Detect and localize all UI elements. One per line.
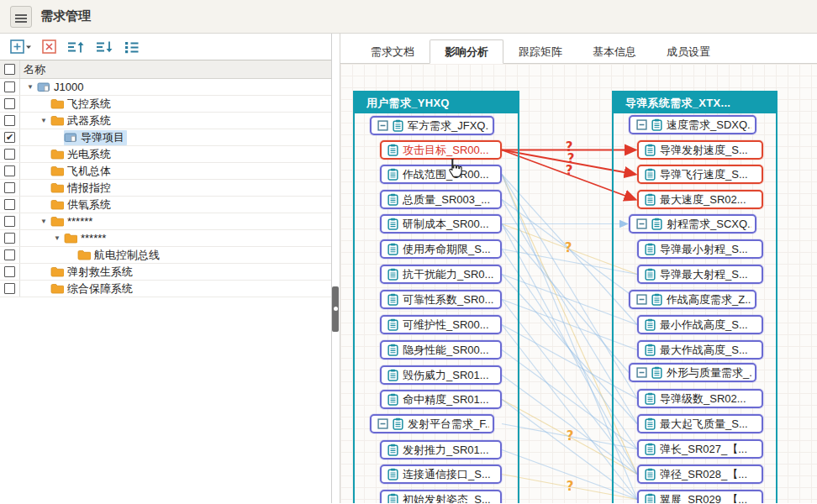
requirement-node[interactable]: 可维护性_SR00...: [380, 315, 502, 334]
tree-item-label: 航电控制总线: [92, 248, 162, 263]
requirement-group-node[interactable]: 外形与质量需求_...: [629, 363, 756, 382]
list-view-button[interactable]: [124, 39, 140, 55]
tab[interactable]: 成员设置: [651, 39, 725, 64]
row-checkbox[interactable]: [4, 81, 15, 92]
expander-icon[interactable]: ▼: [37, 218, 50, 225]
requirement-node[interactable]: 总质量_SR003_...: [380, 190, 502, 209]
tree-row[interactable]: 弹射救生系统: [0, 264, 331, 281]
row-checkbox[interactable]: [4, 165, 15, 176]
impact-analysis-canvas[interactable]: 用户需求_YHXQ军方需求_JFXQ...攻击目标_SR00...作战范围_SR…: [340, 64, 817, 503]
row-checkbox[interactable]: [4, 199, 15, 210]
requirement-node[interactable]: 最大速度_SR02...: [637, 190, 763, 209]
requirement-node[interactable]: 毁伤威力_SR01...: [380, 365, 502, 385]
collapse-icon[interactable]: [636, 294, 647, 305]
tree-row[interactable]: 航电控制总线: [0, 247, 331, 264]
row-checkbox[interactable]: [4, 149, 15, 160]
suspect-link-question-mark: ?: [567, 479, 574, 494]
requirement-node[interactable]: 隐身性能_SR00...: [380, 340, 502, 360]
requirement-node[interactable]: 研制成本_SR00...: [380, 214, 502, 234]
tree-row[interactable]: 飞控系统: [0, 96, 331, 113]
tab[interactable]: 跟踪矩阵: [503, 39, 577, 64]
collapse-icon[interactable]: [636, 119, 647, 130]
row-checkbox[interactable]: [4, 266, 15, 277]
select-all-checkbox[interactable]: [4, 64, 15, 75]
folder-icon: [50, 199, 64, 210]
requirement-node[interactable]: 可靠性系数_SR0...: [380, 290, 502, 309]
requirement-group-node[interactable]: 发射平台需求_F...: [370, 414, 494, 433]
requirement-node[interactable]: 攻击目标_SR00...: [380, 140, 502, 160]
collapse-icon[interactable]: [636, 218, 647, 229]
row-checkbox[interactable]: [4, 283, 15, 294]
requirement-doc-icon: [645, 168, 656, 181]
folder-icon: [50, 165, 64, 176]
tree-column-header: 名称: [20, 62, 45, 77]
delete-node-button[interactable]: [42, 39, 57, 55]
tree-row[interactable]: 飞机总体: [0, 163, 331, 180]
requirement-node[interactable]: 命中精度_SR01...: [380, 390, 502, 409]
row-checkbox[interactable]: [4, 233, 15, 244]
expander-icon[interactable]: ▼: [24, 83, 37, 91]
requirement-node[interactable]: 连接通信接口_S...: [380, 465, 502, 484]
panel-splitter[interactable]: [332, 34, 340, 503]
tree-row[interactable]: 供氧系统: [0, 197, 331, 213]
collapse-icon[interactable]: [377, 418, 388, 429]
requirement-doc-icon: [645, 443, 656, 455]
menu-button[interactable]: [10, 6, 32, 28]
requirement-doc-icon: [387, 393, 398, 406]
collapse-icon[interactable]: [636, 367, 647, 378]
requirement-node[interactable]: 导弹飞行速度_S...: [637, 165, 763, 184]
requirement-node[interactable]: 初始发射姿态_S...: [380, 490, 502, 503]
row-checkbox[interactable]: [4, 182, 15, 193]
requirement-doc-icon: [651, 366, 662, 379]
requirement-group-node[interactable]: 射程需求_SCXQ...: [629, 214, 756, 234]
requirement-group-node[interactable]: 速度需求_SDXQ...: [629, 115, 756, 134]
requirement-doc-icon: [387, 193, 398, 206]
splitter-handle[interactable]: [332, 286, 339, 332]
requirement-node[interactable]: 导弹发射速度_S...: [637, 140, 763, 160]
tree-row[interactable]: ▼武器系统: [0, 113, 331, 129]
sort-ascending-button[interactable]: [66, 39, 86, 55]
requirement-node[interactable]: 作战范围_SR00...: [380, 165, 502, 184]
requirement-node[interactable]: 抗干扰能力_SR0...: [380, 265, 502, 284]
requirement-node[interactable]: 最大起飞质量_S...: [637, 414, 763, 433]
requirement-group-node[interactable]: 作战高度需求_Z...: [629, 290, 756, 309]
expander-icon[interactable]: ▼: [50, 234, 64, 242]
folder-icon: [50, 149, 64, 160]
requirement-node[interactable]: 最大作战高度_S...: [637, 340, 763, 360]
suspect-link-question-mark: ?: [567, 428, 574, 444]
row-checkbox[interactable]: [4, 216, 15, 227]
requirement-node[interactable]: 使用寿命期限_S...: [380, 239, 502, 259]
tree-row[interactable]: 综合保障系统: [0, 281, 331, 297]
requirement-node[interactable]: 导弹级数_SR02...: [637, 389, 763, 408]
row-checkbox[interactable]: [4, 98, 15, 109]
row-checkbox[interactable]: [4, 249, 15, 260]
expander-icon[interactable]: ▼: [37, 117, 50, 124]
tree-row[interactable]: ▼******: [0, 230, 331, 247]
add-node-button[interactable]: [10, 39, 33, 55]
tab[interactable]: 基本信息: [577, 39, 651, 64]
tab-active[interactable]: 影响分析: [430, 39, 503, 64]
sort-descending-button[interactable]: [95, 39, 114, 55]
tree-row[interactable]: 情报指控: [0, 180, 331, 197]
tab[interactable]: 需求文档: [356, 39, 430, 64]
requirement-node[interactable]: 弹径_SR028_【...: [637, 465, 763, 484]
requirement-doc-icon: [387, 318, 398, 331]
tree-row[interactable]: ✔导弹项目: [0, 129, 331, 146]
tree-row[interactable]: 光电系统: [0, 146, 331, 163]
requirement-doc-icon: [387, 218, 398, 230]
requirement-doc-icon: [393, 119, 403, 132]
tree-row[interactable]: ▼J1000: [0, 79, 331, 96]
requirement-node[interactable]: 翼展_SR029_【...: [637, 490, 763, 503]
requirement-group-node[interactable]: 军方需求_JFXQ...: [370, 116, 494, 135]
row-checkbox[interactable]: [4, 115, 15, 126]
tree-row[interactable]: ▼******: [0, 213, 331, 230]
collapse-icon[interactable]: [377, 120, 388, 131]
requirement-node[interactable]: 最小作战高度_S...: [637, 315, 763, 334]
requirement-node[interactable]: 弹长_SR027_【...: [637, 439, 763, 459]
requirement-node[interactable]: 导弹最大射程_S...: [637, 265, 763, 284]
diagram-column-header: 导弹系统需求_XTX...: [614, 92, 776, 113]
row-checkbox-checked[interactable]: ✔: [4, 132, 15, 143]
requirement-node[interactable]: 发射推力_SR01...: [380, 440, 502, 459]
requirement-node[interactable]: 导弹最小射程_S...: [637, 239, 763, 259]
requirement-doc-icon: [651, 218, 662, 230]
